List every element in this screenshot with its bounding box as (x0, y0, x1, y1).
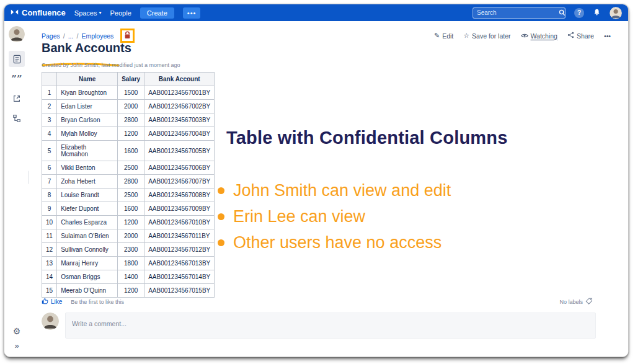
table-cell: Zoha Hebert (57, 175, 118, 189)
table-cell: 2 (42, 100, 57, 113)
edit-button[interactable]: ✎ Edit (434, 32, 453, 40)
eye-icon (521, 32, 528, 40)
table-cell: AAB001234567007BY (144, 175, 215, 189)
top-navbar: Confluence Spaces ▾ People Create ••• ? (4, 4, 628, 21)
table-cell: 5 (42, 141, 57, 161)
annotation-bullet: Other users have no access (218, 233, 451, 252)
table-cell: 1400 (118, 270, 144, 284)
table-cell: 9 (42, 202, 57, 216)
bullet-dot-icon (218, 187, 224, 194)
table-cell: AAB001234567008BY (144, 189, 215, 202)
like-button[interactable]: Like (42, 298, 62, 306)
table-cell: 3 (42, 113, 57, 127)
labels-button[interactable]: No labels (559, 298, 592, 306)
table-header-row: Name Salary Bank Account (42, 73, 215, 86)
sidebar-pages-icon[interactable] (9, 51, 25, 67)
table-cell: AAB001234567015BY (144, 284, 215, 298)
table-cell: AAB001234567003BY (144, 113, 215, 127)
search-input[interactable] (477, 9, 559, 16)
employee-table-head: Name Salary Bank Account (42, 73, 215, 86)
sidebar-export-icon[interactable] (9, 91, 25, 107)
confluence-brand[interactable]: Confluence (11, 8, 66, 18)
sidebar-bottom: ⚙ » (13, 326, 21, 350)
comment-box[interactable] (65, 313, 596, 339)
user-avatar[interactable] (610, 7, 622, 19)
save-for-later-button[interactable]: ☆ Save for later (463, 32, 510, 40)
labels-text: No labels (559, 299, 583, 305)
comment-input[interactable] (72, 320, 589, 327)
bullet-dot-icon (218, 239, 224, 246)
page-title: Bank Accounts (42, 41, 131, 55)
table-row: 6Vikki Benton2500AAB001234567006BY (42, 161, 215, 175)
breadcrumb-ellipsis[interactable]: ... (68, 32, 74, 40)
breadcrumb-separator: / (76, 32, 78, 40)
share-button[interactable]: Share (567, 32, 594, 40)
table-cell: 1800 (118, 257, 144, 270)
table-row: 3Bryan Carlson2800AAB001234567003BY (42, 113, 215, 127)
table-cell: 15 (42, 284, 57, 298)
page-more-button[interactable]: ••• (604, 32, 611, 40)
table-row: 10Charles Esparza1200AAB001234567010BY (42, 216, 215, 229)
table-cell: Charles Esparza (57, 216, 118, 229)
navbar-search[interactable] (473, 7, 566, 19)
table-cell: Kiyan Broughton (57, 86, 118, 100)
comment-user-avatar (42, 313, 59, 330)
table-cell: Edan Lister (57, 100, 118, 113)
create-more-button[interactable]: ••• (183, 7, 201, 19)
breadcrumb-pages[interactable]: Pages (42, 32, 60, 40)
col-header-salary: Salary (118, 73, 144, 86)
notifications-bell-icon[interactable] (593, 7, 601, 19)
nav-spaces-label: Spaces (74, 9, 97, 17)
col-header-name: Name (57, 73, 118, 86)
create-button[interactable]: Create (140, 7, 174, 19)
watching-button[interactable]: Watching (521, 32, 557, 40)
table-cell: 1 (42, 86, 57, 100)
table-cell: Elizabeth Mcmahon (57, 141, 118, 161)
table-cell: AAB001234567009BY (144, 202, 215, 216)
help-icon[interactable]: ? (574, 8, 584, 18)
table-cell: 1500 (118, 86, 144, 100)
like-label: Like (51, 298, 62, 305)
nav-spaces[interactable]: Spaces ▾ (74, 9, 102, 17)
search-icon[interactable] (559, 7, 566, 19)
table-cell: 12 (42, 243, 57, 257)
expand-sidebar-icon[interactable]: » (14, 341, 19, 350)
space-avatar[interactable] (9, 26, 25, 42)
app-window: Confluence Spaces ▾ People Create ••• ? (4, 4, 629, 357)
table-cell: Kiefer Dupont (57, 202, 118, 216)
table-cell: 2000 (118, 229, 144, 243)
thumbs-up-icon (42, 298, 48, 306)
confluence-logo-icon (11, 8, 19, 18)
edit-label: Edit (442, 32, 453, 40)
table-row: 11Sulaiman O'Brien2000AAB001234567011BY (42, 229, 215, 243)
watching-label: Watching (531, 32, 557, 40)
table-row: 9Kiefer Dupont1600AAB001234567009BY (42, 202, 215, 216)
table-cell: 1200 (118, 216, 144, 229)
annotation-bullet-text: Other users have no access (233, 233, 442, 252)
nav-people-label: People (110, 9, 131, 17)
comment-row (42, 313, 596, 339)
table-cell: 2800 (118, 113, 144, 127)
settings-gear-icon[interactable]: ⚙ (13, 326, 21, 336)
table-cell: AAB001234567010BY (144, 216, 215, 229)
breadcrumb-employees[interactable]: Employees (81, 32, 113, 40)
main-content: Pages / ... / Employees ✎ Edit ☆ S (29, 21, 628, 357)
sidebar-blog-quote-icon[interactable]: ”” (9, 71, 25, 87)
table-cell: Sullivan Connolly (57, 243, 118, 257)
sidebar-page-tree-icon[interactable] (9, 110, 25, 127)
brand-label: Confluence (22, 8, 66, 17)
pencil-icon: ✎ (434, 32, 440, 40)
page-restricted-lock-icon[interactable] (124, 31, 131, 40)
page-byline: Created by John Smith, last modified jus… (42, 62, 180, 68)
table-cell: 1600 (118, 141, 144, 161)
table-cell: 4 (42, 127, 57, 141)
table-cell: Bryan Carlson (57, 113, 118, 127)
table-row: 5Elizabeth Mcmahon1600AAB001234567005BY (42, 141, 215, 161)
table-cell: AAB001234567013BY (144, 257, 215, 270)
nav-people[interactable]: People (110, 9, 131, 17)
table-cell: AAB001234567006BY (144, 161, 215, 175)
share-label: Share (577, 32, 594, 40)
employee-table-body: 1Kiyan Broughton1500AAB001234567001BY2Ed… (42, 86, 215, 298)
table-row: 8Louise Brandt2500AAB001234567008BY (42, 189, 215, 202)
table-cell: Vikki Benton (57, 161, 118, 175)
